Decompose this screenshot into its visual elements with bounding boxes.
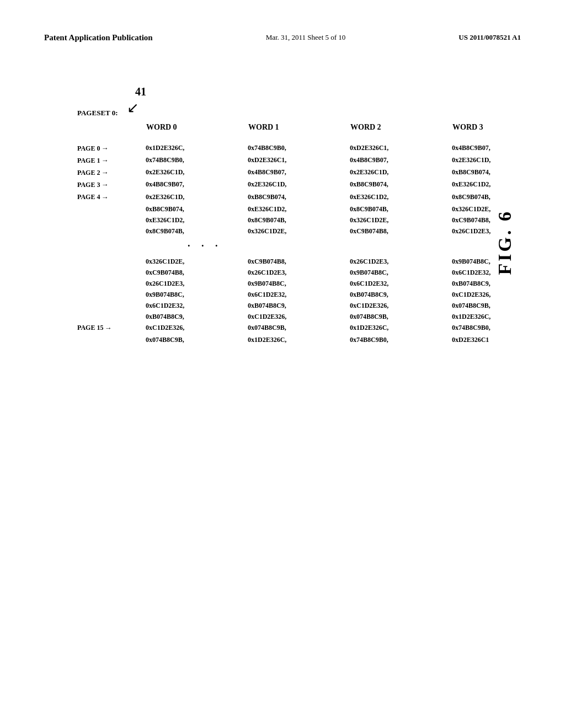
table-row: PAGE 2 → 0x2E326C1D, 0x4B8C9B07, 0x2E326… [77, 167, 521, 178]
cell-w0: 0x326C1D2E, [143, 256, 246, 266]
cell-w1: 0x74B8C9B0, [246, 143, 348, 153]
cell-w2: 0x326C1D2E, [348, 215, 450, 225]
col-header-word0: WORD 0 [143, 123, 246, 132]
table-header-row: WORD 0 WORD 1 WORD 2 WORD 3 [77, 123, 521, 138]
row-label-page15: PAGE 15 → [77, 323, 143, 334]
cell-w0: 0x74B8C9B0, [143, 155, 246, 165]
cell-w2: 0xB074B8C9, [348, 290, 450, 299]
col-header-word3: WORD 3 [450, 123, 552, 132]
cell-w2: 0x2E326C1D, [348, 167, 450, 177]
cell-w2: 0x4B8C9B07, [348, 155, 450, 165]
cell-w1: 0x2E326C1D, [246, 179, 348, 189]
sheet-info: Mar. 31, 2011 Sheet 5 of 10 [266, 33, 346, 42]
row-label-page0: PAGE 0 → [77, 143, 143, 154]
table-row: PAGE 0 → 0x1D2E326C, 0x74B8C9B0, 0xD2E32… [77, 143, 521, 154]
cell-w0: 0x9B074B8C, [143, 290, 246, 299]
cell-w1: 0x8C9B074B, [246, 215, 348, 225]
cell-w1: 0xB8C9B074, [246, 192, 348, 202]
arrow-icon: → [104, 323, 111, 334]
cell-w0: 0xE326C1D2, [143, 215, 246, 225]
cell-w1: 0x4B8C9B07, [246, 167, 348, 177]
arrow-icon: → [101, 179, 108, 190]
cell-w1: 0xC1D2E326, [246, 312, 348, 322]
cell-w2: 0xC1D2E326, [348, 301, 450, 311]
cell-w0: 0x1D2E326C, [143, 143, 246, 153]
cell-w2: 0x8C9B074B, [348, 204, 450, 214]
col-header-word1: WORD 1 [246, 123, 348, 132]
cell-w3: 0xD2E326C1 [450, 335, 552, 345]
cell-w3: 0x2E326C1D, [450, 155, 552, 165]
ref-numeral: 41 [135, 85, 146, 98]
cell-w0: 0x4B8C9B07, [143, 179, 246, 189]
fig-text: FIG. 6 [494, 210, 515, 275]
table-row: PAGE 3 → 0x4B8C9B07, 0x2E326C1D, 0xB8C9B… [77, 179, 521, 190]
table-row: 0x326C1D2E, 0xC9B074B8, 0x26C1D2E3, 0x9B… [77, 256, 521, 266]
cell-w2: 0xB8C9B074, [348, 179, 450, 189]
col-header-empty [77, 123, 143, 138]
cell-w2: 0x9B074B8C, [348, 267, 450, 277]
table-row: 0xB074B8C9, 0xC1D2E326, 0x074B8C9B, 0x1D… [77, 312, 521, 322]
cell-w0: 0xC1D2E326, [143, 323, 246, 333]
table-row: 0x074B8C9B, 0x1D2E326C, 0x74B8C9B0, 0xD2… [77, 335, 521, 345]
cell-w0: 0x26C1D2E3, [143, 279, 246, 288]
cell-w1: 0xD2E326C1, [246, 155, 348, 165]
cell-w0: 0xB074B8C9, [143, 312, 246, 322]
arrow-icon: → [101, 143, 108, 154]
table-row: PAGE 15 → 0xC1D2E326, 0x074B8C9B, 0x1D2E… [77, 323, 521, 334]
cell-w3: 0xB074B8C9, [450, 279, 552, 288]
cell-w0: 0x8C9B074B, [143, 226, 246, 236]
cell-w3: 0xB8C9B074, [450, 167, 552, 177]
cell-w0: 0xB8C9B074, [143, 204, 246, 214]
cell-w1: 0x326C1D2E, [246, 226, 348, 236]
arrow-icon: → [101, 155, 108, 166]
cell-w2: 0xE326C1D2, [348, 192, 450, 202]
cell-w2: 0x1D2E326C, [348, 323, 450, 333]
row-label-page2: PAGE 2 → [77, 167, 143, 178]
cell-w1: 0xC9B074B8, [246, 256, 348, 266]
data-table: PAGESET 0: WORD 0 WORD 1 WORD 2 WORD 3 P… [77, 109, 521, 345]
cell-w0: 0x6C1D2E32, [143, 301, 246, 311]
table-row: PAGE 1 → 0x74B8C9B0, 0xD2E326C1, 0x4B8C9… [77, 155, 521, 166]
cell-w3: 0x4B8C9B07, [450, 143, 552, 153]
col-header-word2: WORD 2 [348, 123, 450, 132]
cell-w2: 0x74B8C9B0, [348, 335, 450, 345]
ellipsis-dots: · · · [188, 240, 222, 252]
row-label-page4: PAGE 4 → [77, 192, 143, 203]
cell-w3: 0x74B8C9B0, [450, 323, 552, 333]
page-header: Patent Application Publication Mar. 31, … [44, 33, 521, 42]
cell-w2: 0xC9B074B8, [348, 226, 450, 236]
ref-arrow: ↙ [127, 99, 146, 116]
figure-label: FIG. 6 [494, 210, 515, 275]
cell-w3: 0xE326C1D2, [450, 179, 552, 189]
cell-w1: 0xB074B8C9, [246, 301, 348, 311]
table-row: 0x8C9B074B, 0x326C1D2E, 0xC9B074B8, 0x26… [77, 226, 521, 236]
cell-w0: 0x2E326C1D, [143, 167, 246, 177]
publication-title: Patent Application Publication [44, 33, 153, 42]
table-row: 0x6C1D2E32, 0xB074B8C9, 0xC1D2E326, 0x07… [77, 301, 521, 311]
cell-w1: 0x9B074B8C, [246, 279, 348, 288]
cell-w2: 0x074B8C9B, [348, 312, 450, 322]
ref-numeral-group: 41 ↙ [127, 85, 146, 116]
table-row: 0x26C1D2E3, 0x9B074B8C, 0x6C1D2E32, 0xB0… [77, 279, 521, 288]
page: Patent Application Publication Mar. 31, … [0, 0, 565, 728]
arrow-icon: → [101, 167, 108, 178]
cell-w1: 0x074B8C9B, [246, 323, 348, 333]
table-row: PAGE 4 → 0x2E326C1D, 0xB8C9B074, 0xE326C… [77, 192, 521, 203]
cell-w0: 0xC9B074B8, [143, 267, 246, 277]
cell-w1: 0xE326C1D2, [246, 204, 348, 214]
cell-w2: 0xD2E326C1, [348, 143, 450, 153]
table-row: 0xE326C1D2, 0x8C9B074B, 0x326C1D2E, 0xC9… [77, 215, 521, 225]
cell-w3: 0x8C9B074B, [450, 192, 552, 202]
cell-w3: 0x074B8C9B, [450, 301, 552, 311]
cell-w0: 0x2E326C1D, [143, 192, 246, 202]
cell-w1: 0x1D2E326C, [246, 335, 348, 345]
cell-w2: 0x6C1D2E32, [348, 279, 450, 288]
row-label-page1: PAGE 1 → [77, 155, 143, 166]
patent-number: US 2011/0078521 A1 [459, 33, 521, 42]
arrow-icon: → [101, 192, 108, 203]
cell-w0: 0x074B8C9B, [143, 335, 246, 345]
cell-w1: 0x26C1D2E3, [246, 267, 348, 277]
cell-w3: 0x1D2E326C, [450, 312, 552, 322]
table-row: 0xC9B074B8, 0x26C1D2E3, 0x9B074B8C, 0x6C… [77, 267, 521, 277]
cell-w1: 0x6C1D2E32, [246, 290, 348, 299]
